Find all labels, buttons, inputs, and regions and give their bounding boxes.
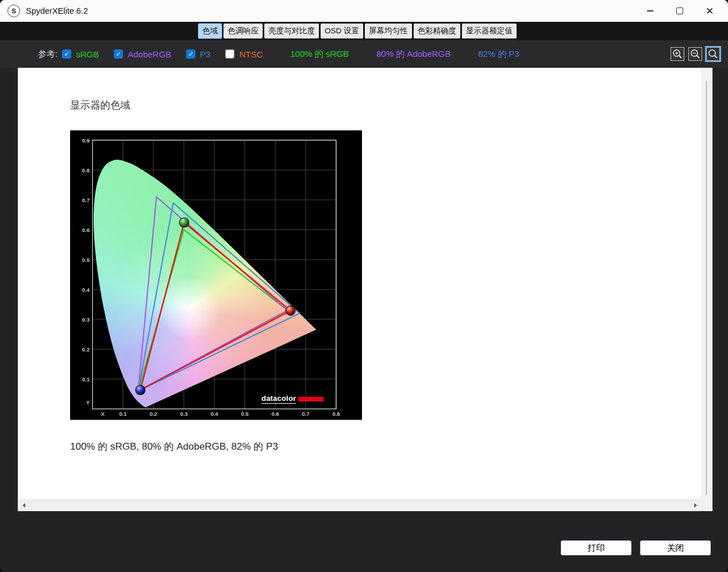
- checkbox-label-AdobeRGB: AdobeRGB: [128, 49, 171, 59]
- primary-dot-green-primary: [179, 218, 189, 227]
- reference-label: 参考:: [38, 49, 57, 60]
- datacolor-logo-text: datacolor: [261, 394, 296, 404]
- tab-bar: 色域色调响应亮度与对比度OSD 设置屏幕均匀性色彩精确度显示器额定值: [198, 24, 517, 38]
- datacolor-logo-swatch: [298, 397, 323, 401]
- reference-group-AdobeRGB: ✓AdobeRGB: [114, 49, 171, 59]
- tab-屏幕均匀性[interactable]: 屏幕均匀性: [365, 24, 412, 38]
- zoom-toolbar: [671, 47, 720, 61]
- close-icon: ✕: [706, 6, 714, 16]
- zoom-in-button[interactable]: [671, 47, 684, 61]
- page-title: 显示器的色域: [70, 98, 130, 112]
- checkbox-NTSC[interactable]: [225, 49, 234, 59]
- checkbox-AdobeRGB[interactable]: ✓: [114, 49, 123, 59]
- checkbox-P3[interactable]: ✓: [186, 49, 195, 59]
- window-title: SpyderXElite 6.2: [26, 6, 88, 16]
- zoom-out-button[interactable]: [688, 47, 702, 61]
- maximize-button[interactable]: [665, 0, 695, 22]
- coverage-result-0: 100% 的 sRGB: [290, 49, 349, 60]
- maximize-icon: [676, 7, 683, 14]
- gamut-chart: 0.10.20.30.40.50.60.70.80.10.20.30.40.50…: [70, 130, 362, 420]
- app-window: S SpyderXElite 6.2 ✕ 色域色调响应亮度与对比度OSD 设置屏…: [0, 0, 728, 572]
- window-controls: ✕: [635, 0, 725, 22]
- reference-group-P3: ✓P3: [186, 49, 210, 59]
- minimize-button[interactable]: [635, 0, 665, 22]
- reference-results: 100% 的 sRGB80% 的 AdobeRGB82% 的 P3: [263, 49, 519, 60]
- coverage-result-1: 80% 的 AdobeRGB: [376, 49, 450, 60]
- close-dialog-button[interactable]: 关闭: [640, 540, 711, 555]
- coverage-result-2: 82% 的 P3: [478, 49, 519, 60]
- close-button[interactable]: ✕: [695, 0, 725, 22]
- gamut-triangle-P3: [138, 203, 300, 391]
- checkbox-label-P3: P3: [200, 49, 210, 59]
- title-bar: S SpyderXElite 6.2 ✕: [0, 0, 728, 22]
- minimize-icon: [647, 10, 653, 11]
- primary-dot-red-primary: [286, 306, 295, 316]
- zoom-in-icon: [672, 48, 683, 60]
- vertical-scrollbar[interactable]: [702, 68, 712, 511]
- gamut-triangles: [70, 130, 362, 420]
- tab-亮度与对比度[interactable]: 亮度与对比度: [264, 24, 319, 38]
- app-icon-letter: S: [11, 7, 16, 14]
- gamut-summary-text: 100% 的 sRGB, 80% 的 AdobeRGB, 82% 的 P3: [70, 440, 278, 453]
- datacolor-logo: datacolor: [261, 394, 323, 404]
- zoom-out-icon: [690, 48, 701, 60]
- reference-group-sRGB: ✓sRGB: [62, 49, 99, 59]
- reference-bar: 参考: ✓sRGB✓AdobeRGB✓P3NTSC 100% 的 sRGB80%…: [0, 40, 728, 68]
- reference-checkboxes: ✓sRGB✓AdobeRGB✓P3NTSC: [57, 49, 263, 59]
- vertical-scrollbar-thumb[interactable]: [706, 82, 707, 495]
- checkbox-label-NTSC: NTSC: [239, 49, 263, 59]
- zoom-reset-button[interactable]: [706, 47, 720, 61]
- zoom-reset-icon: [707, 48, 719, 60]
- tab-OSD 设置[interactable]: OSD 设置: [321, 24, 363, 38]
- primary-dot-blue-primary: [136, 385, 145, 395]
- print-button[interactable]: 打印: [561, 540, 631, 555]
- tab-色彩精确度[interactable]: 色彩精确度: [414, 24, 461, 38]
- tab-strip: 色域色调响应亮度与对比度OSD 设置屏幕均匀性色彩精确度显示器额定值: [0, 22, 728, 40]
- checkbox-label-sRGB: sRGB: [76, 49, 99, 59]
- tab-色域[interactable]: 色域: [198, 24, 222, 38]
- gamut-triangle-display-gamut: [140, 223, 290, 391]
- reference-group-NTSC: NTSC: [225, 49, 263, 59]
- scroll-right-icon[interactable]: [694, 503, 697, 508]
- gamut-triangle-AdobeRGB: [138, 197, 288, 391]
- checkbox-sRGB[interactable]: ✓: [62, 49, 71, 59]
- report-page: 显示器的色域 0.10.20.30.40.50.60.70.80.10.20.3…: [18, 68, 712, 511]
- tab-显示器额定值[interactable]: 显示器额定值: [462, 24, 517, 38]
- app-icon: S: [7, 5, 20, 17]
- horizontal-scrollbar[interactable]: [18, 500, 701, 511]
- tab-色调响应[interactable]: 色调响应: [224, 24, 263, 38]
- scroll-left-icon[interactable]: [22, 503, 25, 508]
